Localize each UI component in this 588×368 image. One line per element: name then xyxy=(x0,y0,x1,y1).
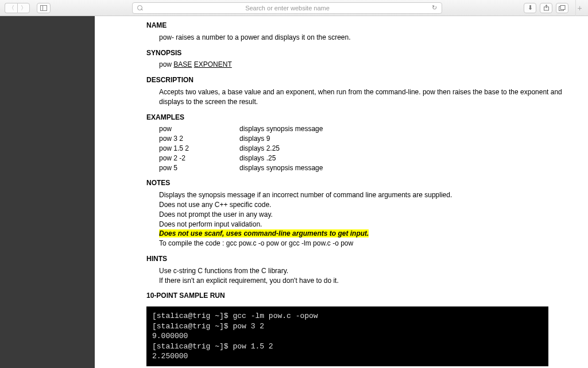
address-bar-wrap: Search or enter website name ↻ xyxy=(54,2,520,14)
tabs-button[interactable] xyxy=(556,3,568,13)
heading-name: NAME xyxy=(146,21,571,30)
terminal-line: [stalica@trig ~]$ pow 3 2 xyxy=(152,321,543,332)
terminal-line: [stalica@trig ~]$ pow 1.5 2 xyxy=(152,342,543,352)
terminal-line: 9.000000 xyxy=(152,331,543,342)
description-text: Accepts two values, a base value and an … xyxy=(146,87,571,107)
share-button[interactable] xyxy=(540,3,552,13)
heading-synopsis: SYNOPSIS xyxy=(146,48,571,58)
back-button[interactable]: 〈 xyxy=(5,3,17,13)
name-text: pow- raises a number to a power and disp… xyxy=(146,33,571,43)
synopsis-base: BASE xyxy=(173,60,192,68)
document-content: NAME pow- raises a number to a power and… xyxy=(112,16,588,368)
note-compile: To compile the code : gcc pow.c -o pow o… xyxy=(159,239,571,248)
hint-line: Use c-string C functions from the C libr… xyxy=(159,266,571,276)
note-line: Displays the synopsis message if an inco… xyxy=(159,190,571,200)
heading-notes: NOTES xyxy=(146,178,571,188)
note-line: Does not perform input validation. xyxy=(159,220,571,229)
synopsis-exponent: EXPONENT xyxy=(194,60,232,68)
heading-sample-run: 10-POINT SAMPLE RUN xyxy=(146,291,571,301)
forward-button[interactable]: 〉 xyxy=(17,3,30,13)
example-row: pow 5displays synopsis message xyxy=(159,163,571,173)
synopsis-line: pow BASE EXPONENT xyxy=(146,60,571,70)
terminal-output: [stalica@trig ~]$ gcc -lm pow.c -opow [s… xyxy=(146,306,548,366)
viewport: NAME pow- raises a number to a power and… xyxy=(0,16,588,368)
hints-list: Use c-string C functions from the C libr… xyxy=(146,266,571,286)
example-cmd: pow 1.5 2 xyxy=(159,144,239,154)
new-tab-button[interactable]: + xyxy=(575,0,583,16)
address-bar[interactable]: Search or enter website name ↻ xyxy=(132,2,442,14)
note-line: Does not prompt the user in any way. xyxy=(159,210,571,220)
terminal-line: 2.250000 xyxy=(152,351,543,362)
nav-buttons: 〈 〉 xyxy=(5,3,30,13)
note-highlight: Does not use scanf, uses command-line ar… xyxy=(159,229,369,237)
search-icon xyxy=(137,5,143,11)
example-cmd: pow 2 -2 xyxy=(159,154,239,163)
download-button[interactable]: ⬇ xyxy=(524,3,536,13)
reload-icon[interactable]: ↻ xyxy=(432,4,437,12)
example-out: displays .25 xyxy=(239,154,276,163)
note-line: Does not use any C++ specific code. xyxy=(159,200,571,210)
example-row: pow 2 -2displays .25 xyxy=(159,154,571,163)
svg-rect-3 xyxy=(560,5,565,9)
note-highlight-line: Does not use scanf, uses command-line ar… xyxy=(159,229,571,239)
notes-list: Displays the synopsis message if an inco… xyxy=(146,190,571,248)
example-out: displays 2.25 xyxy=(239,144,280,154)
example-row: powdisplays synopsis message xyxy=(159,124,571,134)
heading-examples: EXAMPLES xyxy=(146,113,571,122)
example-cmd: pow xyxy=(159,124,239,134)
toolbar-right: ⬇ xyxy=(524,3,568,13)
heading-description: DESCRIPTION xyxy=(146,75,571,85)
example-out: displays 9 xyxy=(239,134,270,144)
address-placeholder: Search or enter website name xyxy=(146,5,428,12)
browser-toolbar: 〈 〉 Search or enter website name ↻ ⬇ + xyxy=(0,0,588,16)
hint-line: If there isn't an explicit requirement, … xyxy=(159,276,571,286)
example-out: displays synopsis message xyxy=(239,163,323,173)
example-cmd: pow 5 xyxy=(159,163,239,173)
tabs-icon xyxy=(559,5,566,11)
heading-hints: HINTS xyxy=(146,254,571,264)
terminal-line: [stalica@trig ~]$ gcc -lm pow.c -opow xyxy=(152,311,543,321)
page-margin xyxy=(95,16,112,368)
left-gutter xyxy=(0,16,95,368)
synopsis-cmd: pow xyxy=(159,60,173,68)
sidebar-toggle-button[interactable] xyxy=(37,3,51,13)
example-row: pow 3 2displays 9 xyxy=(159,134,571,144)
examples-table: powdisplays synopsis message pow 3 2disp… xyxy=(146,124,571,172)
example-row: pow 1.5 2displays 2.25 xyxy=(159,144,571,154)
example-cmd: pow 3 2 xyxy=(159,134,239,144)
sidebar-icon xyxy=(40,5,47,11)
example-out: displays synopsis message xyxy=(239,124,323,134)
share-icon xyxy=(543,5,550,11)
